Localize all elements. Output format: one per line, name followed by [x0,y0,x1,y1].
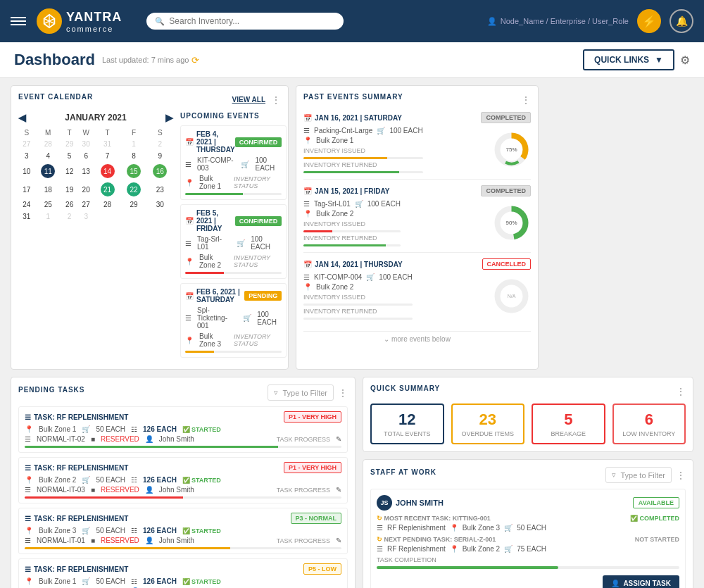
event-1-location-row: 📍 Bulk Zone 1 INVENTORY STATUS [185,175,282,190]
summary-total-events[interactable]: 12 TOTAL EVENTS [370,404,444,444]
notification-bolt-button[interactable]: ⚡ [637,9,661,33]
task-1-priority: P1 - VERY HIGH [284,411,341,423]
list-icon-pe1: ☰ [303,127,310,135]
summary-breakage[interactable]: 5 BREAKAGE [532,404,605,444]
cal-day-20[interactable]: 20 [77,180,94,199]
cal-day-14[interactable]: 14 [94,162,120,180]
inv-issued-label-pe2: INVENTORY ISSUED [303,220,401,227]
location-icon-3: 📍 [185,337,194,344]
quick-summary-more-icon[interactable]: ⋮ [676,386,686,397]
cal-day-30b[interactable]: 30 [147,199,173,211]
refresh-icon[interactable]: ⟳ [191,55,199,65]
cal-day-12[interactable]: 12 [61,162,78,180]
task-3-progress-bar [25,547,341,549]
cal-day-22[interactable]: 22 [120,180,146,199]
pending-tasks-filter[interactable]: ▿ Type to Filter [268,384,334,401]
event-1-qty: 100 EACH [255,156,282,172]
settings-icon[interactable]: ⚙ [680,54,690,67]
gauge-pe1: 75% [492,130,531,170]
staff-filter[interactable]: ▿ Type to Filter [605,467,672,483]
svg-text:90%: 90% [505,220,517,226]
cal-header-W: W [77,127,94,138]
location-icon-pe1: 📍 [303,137,312,144]
summary-overdue-items[interactable]: 23 OVERDUE ITEMS [451,404,525,444]
past-event-2: 📅 JAN 15, 2021 | FRIDAY COMPLETED ☰ Tag-… [303,185,531,253]
assign-task-button[interactable]: 👤 ASSIGN TASK [603,575,679,588]
cal-day-10[interactable]: 10 [18,162,35,180]
task-1-header: ☰ TASK: RF REPLENISHMENT P1 - VERY HIGH [25,411,341,423]
event-1-status-bar [185,193,282,195]
user-info: 👤 Node_Name / Enterprise / User_Role [487,17,629,26]
cal-day-28b[interactable]: 28 [94,199,120,211]
view-all-link[interactable]: VIEW ALL [232,96,265,104]
event-3-details: ☰ Spl-Ticketing-001 🛒 100 EACH [185,306,282,330]
cal-day-7[interactable]: 7 [94,150,120,162]
bottom-row: PENDING TASKS ▿ Type to Filter ⋮ ☰ TASK:… [11,377,693,588]
cal-day-21[interactable]: 21 [94,180,120,199]
task-3-sub-details: ☰NORMAL-IT-01 ■RESERVED 👤John Smith TASK… [25,537,341,544]
cal-day-26[interactable]: 26 [61,199,78,211]
cal-day-18[interactable]: 18 [35,180,61,199]
cal-day-25[interactable]: 25 [35,199,61,211]
hamburger-menu[interactable] [11,17,26,25]
upcoming-event-3[interactable]: 📅 FEB 6, 2021 | SATURDAY PENDING ☰ Spl-T… [180,283,287,358]
past-event-1-date: 📅 JAN 16, 2021 | SATURDAY [303,114,402,122]
event-3-qty: 100 EACH [257,311,282,326]
edit-icon-3[interactable]: ✎ [336,537,341,544]
user-org-icon: 👤 [487,17,497,26]
cal-day-23[interactable]: 23 [147,180,173,199]
calendar-next-button[interactable]: ▶ [165,112,173,123]
cal-day-16[interactable]: 16 [147,162,173,180]
filter-icon: ▿ [274,388,278,397]
cal-day-19[interactable]: 19 [61,180,78,199]
search-input[interactable] [169,16,335,26]
event-2-status: CONFIRMED [235,216,282,226]
edit-icon-1[interactable]: ✎ [336,435,341,443]
cal-day-31[interactable]: 31 [18,211,35,223]
task-4-header: ☰ TASK: RF REPLENISHMENT P5 - LOW [25,563,341,575]
quick-links-button[interactable]: QUICK LINKS ▼ [583,49,674,70]
sub-header: Dashboard Last updated: 7 mins ago ⟳ QUI… [0,42,704,78]
summary-low-inventory[interactable]: 6 LOW INVENTORY [612,404,686,444]
past-event-3-status: CANCELLED [482,258,532,270]
calendar-icon-1: 📅 [185,138,194,146]
cal-day-4[interactable]: 4 [35,150,61,162]
past-event-2-location: Bulk Zone 2 [316,210,353,218]
cal-header-T2: T [94,127,120,138]
cal-day-2[interactable]: 2 [147,138,173,150]
cal-day-5feb [120,211,146,223]
cal-day-11[interactable]: 11 [35,162,61,180]
cal-day-15[interactable]: 15 [120,162,146,180]
notification-bell-button[interactable]: 🔔 [670,9,693,33]
cal-day-1[interactable]: 1 [120,138,146,150]
location-icon-1: 📍 [185,179,194,187]
cal-day-13[interactable]: 13 [77,162,94,180]
upcoming-event-2[interactable]: 📅 FEB 5, 2021 | FRIDAY CONFIRMED ☰ Tag-S… [180,204,287,279]
cal-day-5[interactable]: 5 [61,150,78,162]
cal-day-29b[interactable]: 29 [120,199,146,211]
john-smith-avatar: JS [377,495,392,511]
cal-day-29: 29 [61,138,78,150]
upcoming-event-1[interactable]: 📅 FEB 4, 2021 | THURSDAY CONFIRMED ☰ KIT… [180,125,287,200]
staff-more-icon[interactable]: ⋮ [676,470,686,481]
event-2-details: ☰ Tag-Srl-L01 🛒 100 EACH [185,235,282,251]
calendar-prev-button[interactable]: ◀ [18,112,26,123]
pending-tasks-more-icon[interactable]: ⋮ [338,387,348,399]
cal-day-8[interactable]: 8 [120,150,146,162]
more-options-icon[interactable]: ⋮ [271,94,281,106]
task-item-3: ☰ TASK: RF REPLENISHMENT P3 - NORMAL 📍Bu… [18,508,348,554]
cal-day-27b[interactable]: 27 [77,199,94,211]
past-event-1-date-text: JAN 16, 2021 | SATURDAY [315,114,402,122]
john-smith-pending-label: ↻ NEXT PENDING TASK: SERIAL-Z-001 [377,536,496,543]
list-icon-1: ☰ [185,161,191,168]
cal-header-S2: S [147,127,173,138]
cal-day-6[interactable]: 6 [77,150,94,162]
cal-day-17[interactable]: 17 [18,180,35,199]
cal-day-9[interactable]: 9 [147,150,173,162]
search-bar[interactable]: 🔍 [146,13,344,30]
past-events-more-hint[interactable]: ⌄ more events below [303,331,531,343]
past-events-more-icon[interactable]: ⋮ [521,94,531,106]
edit-icon-2[interactable]: ✎ [336,486,341,494]
cal-day-24[interactable]: 24 [18,199,35,211]
cal-day-3[interactable]: 3 [18,150,35,162]
